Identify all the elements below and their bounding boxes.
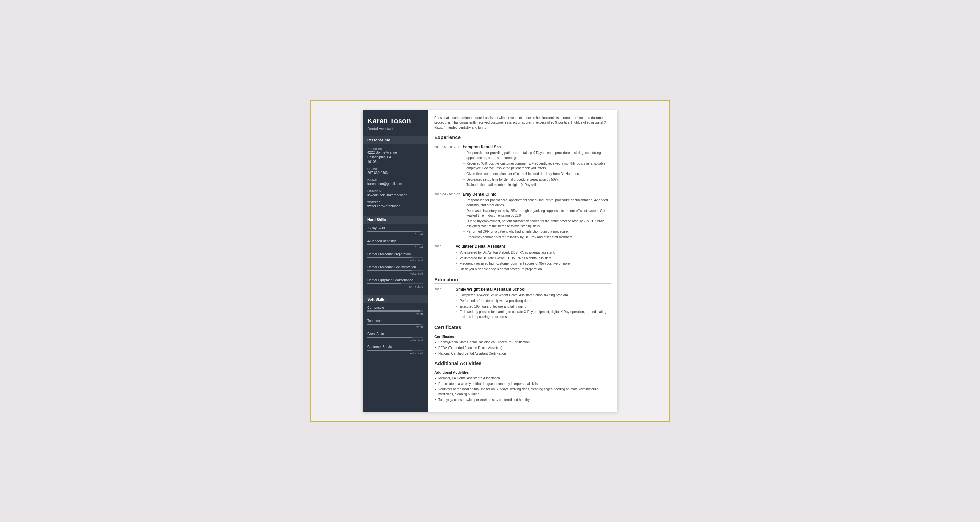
exp-bullet: Volunteered for Dr. Tate Caswell, DDS, P… [456, 255, 611, 260]
activities-section: Additional Activities Additional Activit… [434, 360, 611, 402]
skill-bar-fill [368, 350, 412, 351]
experience-list: 2015-05 - 2017-06 Hampton Dental Spa Res… [434, 144, 611, 272]
soft-skill-item: Customer Service Advanced [368, 345, 423, 355]
sidebar-header: Karen Toson Dental Assistant [363, 110, 428, 135]
skill-level: Advanced [368, 338, 423, 342]
activity-bullets: Member, PA Dental Assistant's Associatio… [434, 376, 611, 402]
skill-bar-bg [368, 283, 423, 284]
skill-name: Dental Procedure Preparation [368, 252, 423, 256]
hard-skill-item: Dental Equipment Maintenance Intermediat… [368, 278, 423, 288]
exp-bullet: Displayed high efficiency in dental proc… [456, 267, 611, 271]
edu-date: 2013 [434, 287, 456, 320]
skill-name: Dental Procedure Documentation [368, 265, 423, 269]
candidate-name: Karen Toson [368, 117, 423, 125]
exp-company: Bray Dental Clinic [463, 192, 611, 197]
exp-bullet: Trained other staff members in digital X… [463, 182, 611, 187]
exp-company: Volunteer Dental Assistant [456, 244, 611, 249]
exp-bullet: Responsible for patient care, appointmen… [463, 198, 611, 208]
exp-bullet: Received 95% positive customer comments.… [463, 161, 611, 171]
exp-bullet: Performed CPR on a patient who had an in… [463, 229, 611, 234]
experience-item: 2013-04 - 2015-05 Bray Dental Clinic Res… [434, 192, 611, 240]
edu-bullet: Executed 195 hours of lecture and lab tr… [456, 304, 611, 309]
personal-info-header: Personal Info [363, 136, 428, 144]
skill-bar-bg [368, 231, 423, 232]
skill-level: Advanced [368, 259, 423, 262]
exp-bullet: Decreased setup time for dental procedur… [463, 177, 611, 182]
edu-school: Smile Wright Dental Assistant School [456, 287, 611, 292]
personal-info-section: Address 4222 Spring AvenuePhiladelphia, … [363, 144, 428, 215]
skill-bar-bg [368, 244, 423, 245]
candidate-title: Dental Assistant [368, 127, 423, 130]
cert-bullets: Pennsylvania State Dental Radiological P… [434, 340, 611, 356]
skill-name: X-Ray Skills [368, 226, 423, 230]
skill-level: Advanced [368, 272, 423, 275]
hard-skill-item: Dental Procedure Preparation Advanced [368, 252, 423, 262]
skill-level: Advanced [368, 352, 423, 355]
skill-name: Compassion [368, 306, 423, 309]
certificates-title: Certificates [434, 325, 611, 332]
cert-bullet: EFDA (Expanded Function Dental Assistant… [434, 345, 611, 350]
exp-bullet: Decreased inventory costs by 25% through… [463, 208, 611, 218]
skill-level: Expert [368, 325, 423, 329]
experience-title: Experience [434, 135, 611, 141]
exp-bullets: Volunteered for Dr. Ashton Siebert, DDS,… [456, 250, 611, 271]
skill-bar-bg [368, 257, 423, 258]
exp-bullet: Frequently commended for reliability by … [463, 235, 611, 240]
experience-item: 2015-05 - 2017-06 Hampton Dental Spa Res… [434, 144, 611, 188]
skill-level: Expert [368, 233, 423, 236]
linkedin-label: LinkedIn [368, 190, 423, 193]
phone-group: Phone 267-630-0763 [368, 167, 423, 175]
exp-company: Hampton Dental Spa [463, 144, 611, 149]
linkedin-group: LinkedIn linkedin.com/in/karen-toson [368, 190, 423, 197]
page-wrapper: Karen Toson Dental Assistant Personal In… [310, 100, 670, 422]
exp-date: 2015-05 - 2017-06 [434, 144, 463, 188]
skill-name: 4-Handed Dentistry [368, 239, 423, 243]
soft-skills-header: Soft Skills [363, 295, 428, 303]
skill-bar-bg [368, 336, 423, 338]
main-content: Passionate, compassionate dental assista… [428, 110, 617, 412]
skill-bar-fill [368, 324, 420, 325]
edu-bullet: Completed 13-week Smile Wright Dental As… [456, 293, 611, 298]
email-label: E-mail [368, 179, 423, 182]
education-item: 2013 Smile Wright Dental Assistant Schoo… [434, 287, 611, 320]
education-section: Education 2013 Smile Wright Dental Assis… [434, 277, 611, 320]
edu-detail: Smile Wright Dental Assistant School Com… [456, 287, 611, 320]
activities-list: Additional Activities Member, PA Dental … [434, 371, 611, 402]
address-group: Address 4222 Spring AvenuePhiladelphia, … [368, 147, 423, 164]
skill-name: Customer Service [368, 345, 423, 349]
soft-skills-section: Compassion Expert Teamwork Expert Great … [363, 303, 428, 362]
experience-item: 2013 Volunteer Dental Assistant Voluntee… [434, 244, 611, 272]
hard-skill-item: 4-Handed Dentistry Expert [368, 239, 423, 249]
certificates-list: Certificates Pennsylvania State Dental R… [434, 335, 611, 356]
skill-bar-fill [368, 336, 412, 338]
twitter-label: Twitter [368, 201, 423, 204]
cert-bullet: Pennsylvania State Dental Radiological P… [434, 340, 611, 345]
activity-bullet: Volunteer at the local animal shelter on… [434, 387, 611, 397]
activity-bullet: Take yoga classes twice per week to stay… [434, 397, 611, 402]
hard-skills-section: X-Ray Skills Expert 4-Handed Dentistry E… [363, 224, 428, 295]
activities-title: Additional Activities [434, 360, 611, 367]
exp-date: 2013-04 - 2015-05 [434, 192, 463, 240]
twitter-value: twitter.com/karentoson [368, 204, 423, 209]
hard-skill-item: X-Ray Skills Expert [368, 226, 423, 236]
skill-name: Teamwork [368, 319, 423, 322]
skill-name: Dental Equipment Maintenance [368, 278, 423, 282]
email-group: E-mail karentoson@gmail.com [368, 179, 423, 186]
skill-bar-fill [368, 244, 420, 245]
exp-bullet: Responsible for providing patient care, … [463, 151, 611, 160]
activity-bullet: Participate in a weekly softball league … [434, 381, 611, 386]
soft-skill-item: Compassion Expert [368, 306, 423, 316]
cert-block-title: Certificates [434, 335, 611, 338]
skill-level: Expert [368, 313, 423, 316]
exp-detail: Hampton Dental Spa Responsible for provi… [463, 144, 611, 188]
phone-label: Phone [368, 167, 423, 171]
edu-bullet: Performed a full externship with a pract… [456, 298, 611, 303]
exp-bullet: During my employment, patient satisfacti… [463, 219, 611, 228]
exp-bullets: Responsible for patient care, appointmen… [463, 198, 611, 240]
experience-section: Experience 2015-05 - 2017-06 Hampton Den… [434, 135, 611, 272]
skill-name: Great Attitude [368, 332, 423, 336]
education-list: 2013 Smile Wright Dental Assistant Schoo… [434, 287, 611, 320]
activity-bullet: Member, PA Dental Assistant's Associatio… [434, 376, 611, 381]
exp-bullets: Responsible for providing patient care, … [463, 151, 611, 187]
edu-bullets: Completed 13-week Smile Wright Dental As… [456, 293, 611, 319]
